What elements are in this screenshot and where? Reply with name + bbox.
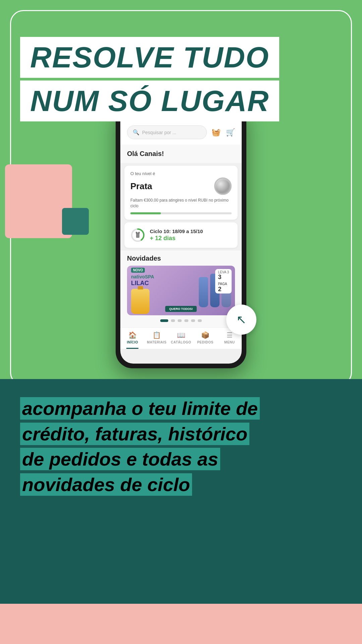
banner-brand: nativoSPA <box>131 274 154 280</box>
banner-novo-badge: NOVO <box>131 268 145 273</box>
level-name: Prata <box>130 181 152 192</box>
novidades-title: Novidades <box>127 255 235 262</box>
novidades-section: Novidades NOVO nativoSPA LILAC LEVA 3 <box>120 251 242 327</box>
greeting-section: Olá Canais! <box>120 145 242 163</box>
banner-left: NOVO nativoSPA LILAC <box>131 267 154 314</box>
nav-label-materiais: MATERIAIS <box>147 340 167 344</box>
cycle-dates: Ciclo 10: 18/09 a 15/10 <box>150 228 203 234</box>
dark-decoration <box>62 208 89 235</box>
cycle-card: Ciclo 10: 18/09 a 15/10 + 12 dias <box>124 222 238 248</box>
header-icons: 🧺 🛒 <box>212 128 235 137</box>
cycle-days: + 12 dias <box>150 235 203 242</box>
banner-bottle <box>131 289 149 314</box>
nav-label-catalogo: CATÁLOGO <box>171 340 191 344</box>
banner-product: LILAC <box>131 280 154 287</box>
headline-line1: RESOLVE TUDO <box>20 37 279 78</box>
headline-line2: NUM SÓ LUGAR <box>20 80 279 121</box>
nav-label-pedidos: PEDIDOS <box>197 340 214 344</box>
level-progress-text: Faltam €300.00 para atingires o nível RU… <box>130 198 232 209</box>
greeting-text: Olá Canais! <box>127 150 164 157</box>
level-card: O teu nível é Prata Faltam €300.00 para … <box>124 166 238 220</box>
nav-label-inicio: INÍCIO <box>127 340 138 344</box>
dot-1[interactable] <box>160 319 168 322</box>
bottom-text-area: acompanha o teu limite de crédito, fatur… <box>20 396 260 497</box>
level-label: O teu nível é <box>130 171 232 176</box>
phone-mockup: 🔍 Pesquisar por ... 🧺 🛒 Olá Canais! O te… <box>116 104 246 368</box>
cycle-icon <box>130 228 145 243</box>
phone-screen: 🔍 Pesquisar por ... 🧺 🛒 Olá Canais! O te… <box>120 109 242 364</box>
nav-catalog-icon: 📖 <box>177 331 185 339</box>
search-placeholder-text: Pesquisar por ... <box>142 130 176 135</box>
highlight-4: novidades de ciclo <box>20 473 192 496</box>
search-bar[interactable]: 🔍 Pesquisar por ... <box>127 125 207 139</box>
banner-promo-badge: LEVA 3 3PAGA2 <box>215 269 232 293</box>
top-section: RESOLVE TUDO NUM SÓ LUGAR 🔍 Pesquisar po… <box>0 0 362 379</box>
dot-2[interactable] <box>171 319 175 322</box>
highlight-1: acompanha o teu limite de <box>20 397 260 420</box>
promo-numbers: 3PAGA2 <box>218 274 229 292</box>
svg-rect-3 <box>136 232 137 233</box>
nav-item-pedidos[interactable]: 📦 PEDIDOS <box>193 331 217 344</box>
progress-bar-container <box>130 212 232 214</box>
nav-home-icon: 🏠 <box>128 331 137 339</box>
highlight-2: crédito, faturas, histórico <box>20 423 249 445</box>
novidades-banner[interactable]: NOVO nativoSPA LILAC LEVA 3 3PAGA2 <box>127 266 235 315</box>
bottom-section: acompanha o teu limite de crédito, fatur… <box>0 379 362 644</box>
dot-6[interactable] <box>198 319 202 322</box>
level-badge <box>214 177 232 195</box>
dot-5[interactable] <box>191 319 195 322</box>
promo-text-top: LEVA 3 <box>218 270 229 274</box>
cursor-icon: ↖ <box>236 313 246 327</box>
nav-item-catalogo[interactable]: 📖 CATÁLOGO <box>169 331 193 344</box>
cart-icon[interactable]: 🛒 <box>226 128 235 137</box>
bottom-pink-decoration <box>0 604 362 644</box>
headline-text-2: NUM SÓ LUGAR <box>30 84 269 117</box>
nav-materials-icon: 📋 <box>153 331 161 339</box>
headline-area: RESOLVE TUDO NUM SÓ LUGAR <box>20 37 279 121</box>
headline-text-1: RESOLVE TUDO <box>30 41 269 74</box>
nav-orders-icon: 📦 <box>201 331 209 339</box>
level-row: Prata <box>130 177 232 195</box>
highlight-3: de pedidos e todas as <box>20 448 220 470</box>
progress-bar-fill <box>130 212 161 214</box>
wishlist-icon[interactable]: 🧺 <box>212 128 221 137</box>
nav-item-materiais[interactable]: 📋 MATERIAIS <box>144 331 169 344</box>
dot-3[interactable] <box>178 319 182 322</box>
cycle-info: Ciclo 10: 18/09 a 15/10 + 12 dias <box>150 228 203 242</box>
svg-rect-4 <box>138 232 140 233</box>
dot-4[interactable] <box>184 319 188 322</box>
bottom-nav: 🏠 INÍCIO 📋 MATERIAIS 📖 CATÁLOGO 📦 PEDIDO… <box>120 327 242 349</box>
carousel-dots <box>127 319 235 322</box>
search-icon: 🔍 <box>133 129 139 136</box>
cursor-bubble: ↖ <box>226 305 256 335</box>
product-tube-1 <box>199 277 208 307</box>
nav-item-inicio[interactable]: 🏠 INÍCIO <box>120 331 144 344</box>
nav-menu-icon: ☰ <box>227 331 233 339</box>
nav-label-menu: MENU <box>224 340 235 344</box>
bottom-text: acompanha o teu limite de crédito, fatur… <box>20 396 260 497</box>
banner-cta-button[interactable]: QUERO TODOS! <box>165 306 197 312</box>
phone-outer: 🔍 Pesquisar por ... 🧺 🛒 Olá Canais! O te… <box>116 104 246 368</box>
